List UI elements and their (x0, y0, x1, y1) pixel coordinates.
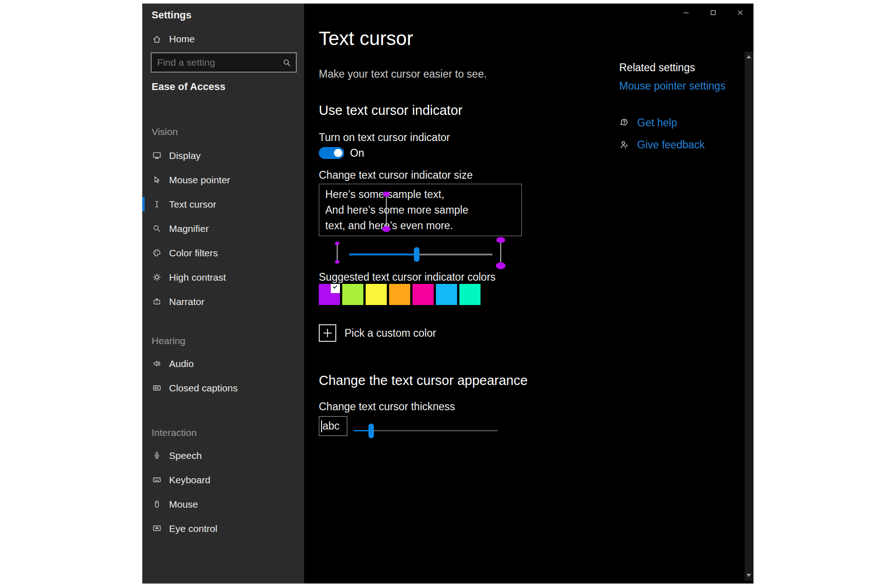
sidebar-item-label: Color filters (169, 248, 218, 259)
sidebar-item-magnifier[interactable]: Magnifier (142, 216, 304, 241)
scroll-down-icon[interactable] (746, 574, 751, 577)
plus-icon[interactable] (319, 324, 336, 342)
sidebar-item-eye-control[interactable]: Eye control (142, 516, 304, 541)
high-contrast-icon (152, 272, 162, 283)
color-swatch-spring-green[interactable] (459, 284, 481, 305)
text-cursor-icon (152, 199, 162, 209)
section-label-hearing: Hearing (152, 334, 304, 348)
sidebar-item-label: Mouse (169, 499, 198, 510)
sample-line: And here’s some more sample (325, 202, 515, 218)
color-swatch-lime[interactable] (342, 284, 363, 305)
maximize-button[interactable] (708, 7, 718, 17)
close-button[interactable] (735, 7, 745, 17)
scroll-up-icon[interactable] (746, 55, 751, 58)
sidebar-item-closed-captions[interactable]: Closed captions (142, 376, 304, 400)
magnifier-icon (152, 224, 162, 234)
narrator-icon (152, 297, 162, 307)
sidebar-item-mouse[interactable]: Mouse (142, 492, 304, 516)
color-swatch-yellow[interactable] (366, 284, 387, 305)
search-icon[interactable] (282, 57, 292, 68)
sidebar-item-label: Speech (169, 450, 202, 461)
sidebar-item-keyboard[interactable]: Keyboard (142, 468, 304, 492)
thickness-slider-thumb[interactable] (368, 424, 374, 438)
sidebar-item-high-contrast[interactable]: High contrast (142, 265, 304, 289)
minimize-button[interactable] (681, 7, 691, 17)
check-icon (333, 284, 338, 289)
suggested-colors-label: Suggested text cursor indicator colors (319, 271, 496, 283)
sidebar-item-text-cursor[interactable]: Text cursor (142, 192, 304, 216)
sidebar-item-narrator[interactable]: Narrator (142, 289, 304, 314)
pick-custom-color[interactable]: Pick a custom color (319, 324, 436, 342)
section-label-interaction: Interaction (152, 426, 304, 440)
appearance-section-heading: Change the text cursor appearance (319, 373, 528, 388)
scrollbar[interactable] (745, 51, 753, 581)
sidebar-item-home[interactable]: Home (142, 28, 304, 50)
color-swatch-purple[interactable] (319, 284, 340, 305)
app-title: Settings (152, 9, 304, 21)
display-icon (152, 151, 162, 161)
thickness-preview-box: abc (319, 416, 347, 436)
color-swatch-orange[interactable] (389, 284, 410, 305)
give-feedback-icon (619, 140, 630, 150)
window-controls (681, 7, 745, 17)
thickness-slider[interactable] (354, 430, 498, 431)
related-settings-heading: Related settings (619, 62, 695, 74)
sidebar-item-label: Eye control (169, 523, 217, 534)
page-group-title: Ease of Access (152, 81, 304, 93)
keyboard-icon (152, 475, 162, 485)
sidebar-item-label: Display (169, 150, 201, 161)
settings-window: Settings Home Ease of Access Vision Disp… (142, 4, 753, 583)
eye-control-icon (152, 524, 162, 534)
section-label-vision: Vision (152, 125, 304, 139)
sidebar-item-label: Audio (169, 358, 194, 369)
toggle-knob (334, 149, 342, 157)
search-box (151, 52, 297, 73)
sidebar-item-label: Closed captions (169, 383, 237, 394)
get-help-icon (619, 118, 630, 128)
toggle-state-label: On (350, 147, 364, 159)
main-content: Text cursor Make your text cursor easier… (304, 4, 753, 583)
sidebar-item-speech[interactable]: Speech (142, 443, 304, 468)
thickness-preview-text: abc (322, 420, 339, 432)
color-swatch-row (319, 284, 481, 305)
slider-fill (349, 254, 417, 255)
page-subtitle: Make your text cursor easier to see. (319, 68, 487, 80)
sidebar-item-audio[interactable]: Audio (142, 351, 304, 376)
sidebar-item-label: Text cursor (169, 199, 216, 210)
text-cursor-indicator-toggle[interactable] (319, 147, 344, 159)
speech-icon (152, 451, 162, 461)
page-title: Text cursor (319, 28, 413, 50)
give-feedback-link[interactable]: Give feedback (619, 139, 705, 151)
indicator-size-min-icon (334, 242, 340, 264)
sidebar-item-label: Keyboard (169, 475, 210, 486)
sidebar-item-display[interactable]: Display (142, 143, 304, 168)
indicator-size-slider[interactable] (349, 254, 492, 255)
get-help-label: Get help (637, 117, 677, 129)
thickness-label: Change text cursor thickness (319, 401, 455, 413)
sample-line: Here’s some sample text, (325, 187, 515, 202)
selected-check-badge (331, 284, 340, 293)
sidebar-item-color-filters[interactable]: Color filters (142, 241, 304, 265)
sidebar-item-label: Magnifier (169, 223, 209, 234)
sidebar-item-mouse-pointer[interactable]: Mouse pointer (142, 168, 304, 192)
color-swatch-sky-blue[interactable] (436, 284, 457, 305)
sidebar-item-label: Narrator (169, 296, 204, 307)
closed-captions-icon (152, 383, 162, 393)
get-help-link[interactable]: Get help (619, 117, 677, 129)
color-swatch-magenta[interactable] (413, 284, 434, 305)
indicator-size-max-icon (495, 237, 506, 269)
audio-icon (152, 359, 162, 369)
sidebar-item-label: Home (169, 34, 195, 45)
indicator-section-heading: Use text cursor indicator (319, 103, 463, 118)
sidebar-item-label: High contrast (169, 272, 226, 283)
indicator-size-slider-thumb[interactable] (414, 247, 419, 262)
mouse-pointer-settings-link[interactable]: Mouse pointer settings (619, 80, 725, 92)
size-label: Change text cursor indicator size (319, 169, 473, 181)
pick-custom-color-label: Pick a custom color (345, 327, 436, 339)
give-feedback-label: Give feedback (637, 139, 705, 151)
sample-line: text, and here’s even more. (325, 218, 515, 233)
sidebar-item-label: Mouse pointer (169, 175, 230, 186)
home-icon (152, 34, 162, 44)
toggle-label: Turn on text cursor indicator (319, 131, 450, 144)
search-input[interactable] (157, 57, 282, 68)
